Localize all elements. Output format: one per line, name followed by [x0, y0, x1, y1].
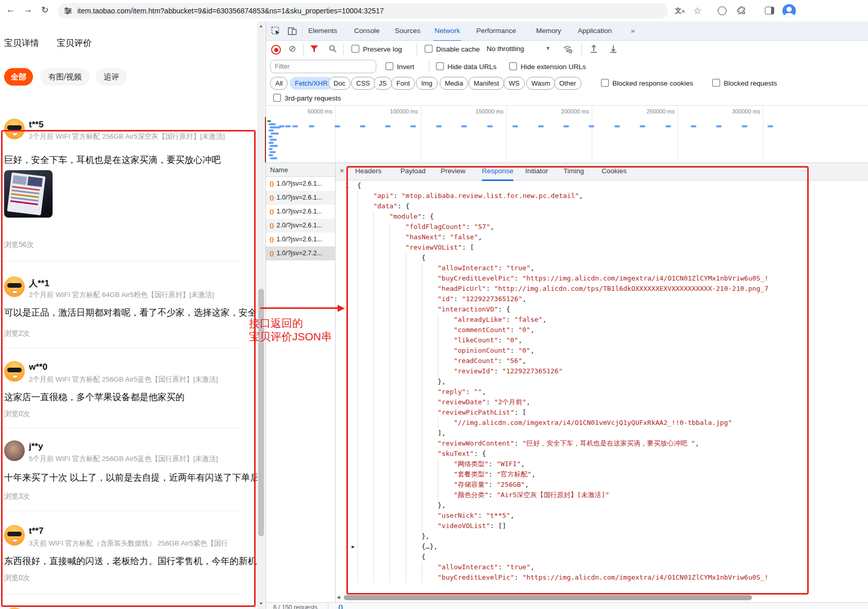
request-row[interactable]: {}1.0/?jsv=2.7.2...	[266, 246, 335, 260]
devtools-tab-network[interactable]: Network	[433, 22, 461, 41]
hide-extension-urls-checkbox[interactable]: Hide extension URLs	[509, 62, 586, 71]
type-filter-media[interactable]: Media	[440, 77, 468, 90]
response-code-line: -{	[336, 253, 810, 263]
review-filter-2[interactable]: 追评	[96, 68, 127, 86]
response-code-line: -"hasNext": "false",	[336, 232, 810, 242]
detail-tab-headers[interactable]: Headers	[355, 163, 381, 179]
type-filter-manifest[interactable]: Manifest	[469, 77, 504, 90]
preserve-log-checkbox[interactable]: Preserve log	[352, 45, 402, 53]
extension-circle-icon[interactable]	[716, 5, 728, 17]
site-settings-icon[interactable]	[64, 7, 72, 15]
review-meta: 5个月前 WIFI 官方标配 256GB Air5蓝色【国行原封】[未激活]	[29, 454, 218, 464]
line-gutter: -	[336, 449, 349, 459]
hide-data-urls-checkbox[interactable]: Hide data URLs	[436, 62, 496, 71]
bookmark-star-icon[interactable]: ☆	[692, 5, 703, 17]
detail-tab-timing[interactable]: Timing	[563, 163, 584, 179]
response-json-viewer[interactable]: 1{-"api": "mtop.alibaba.review.list.for.…	[336, 180, 810, 588]
type-filter-js[interactable]: JS	[374, 77, 392, 90]
page-scrollbar[interactable]: ▲ ▼	[257, 22, 265, 609]
type-filter-other[interactable]: Other	[554, 77, 581, 90]
devtools-tab-sources[interactable]: Sources	[394, 22, 422, 40]
type-filter-all[interactable]: All	[270, 77, 288, 90]
inspect-element-icon[interactable]	[271, 26, 280, 36]
review-separator	[0, 348, 242, 348]
hscroll-thumb[interactable]	[344, 595, 752, 600]
detail-tab-initiator[interactable]: Initiator	[525, 163, 548, 179]
disable-cache-checkbox[interactable]: Disable cache	[425, 45, 480, 53]
type-filter-font[interactable]: Font	[391, 77, 415, 90]
page-tab-detail[interactable]: 宝贝详情	[4, 37, 39, 49]
devtools-tab-application[interactable]: Application	[577, 22, 613, 40]
record-network-log-icon[interactable]	[271, 45, 281, 55]
filter-funnel-icon[interactable]	[310, 45, 318, 53]
hscroll-left-arrow-icon[interactable]: ◀	[337, 595, 340, 600]
clear-network-log-icon[interactable]: ⊘	[289, 43, 296, 54]
request-row[interactable]: {}1.0/?jsv=2.6.1...	[266, 191, 335, 205]
indent-guides	[357, 480, 454, 490]
detail-tab-cookies[interactable]: Cookies	[602, 163, 627, 179]
scrollbar-down-icon[interactable]: ▼	[257, 601, 265, 606]
indent-guides	[357, 284, 438, 294]
third-party-requests-checkbox[interactable]: 3rd-party requests	[273, 94, 341, 102]
translate-icon[interactable]: 文A	[674, 5, 686, 17]
review-photo[interactable]	[4, 170, 53, 218]
invert-checkbox[interactable]: Invert	[386, 62, 414, 71]
type-filter-css[interactable]: CSS	[351, 77, 375, 90]
review-filter-0[interactable]: 全部	[4, 68, 33, 86]
throttling-caret-icon[interactable]: ▼	[545, 45, 550, 51]
network-overview-timeline[interactable]: 50000 ms100000 ms150000 ms200000 ms25000…	[266, 106, 868, 163]
detail-tab-payload[interactable]: Payload	[400, 163, 426, 179]
type-filter-wasm[interactable]: Wasm	[526, 77, 555, 90]
type-filter-img[interactable]: Img	[416, 77, 438, 90]
waterfall-bar	[271, 133, 279, 135]
close-detail-icon[interactable]: ×	[340, 166, 344, 175]
request-list-header[interactable]: Name	[266, 163, 335, 177]
forward-icon[interactable]: →	[24, 5, 32, 15]
response-code-line: -"allowInteract": "true",	[336, 263, 810, 273]
type-filter-doc[interactable]: Doc	[328, 77, 350, 90]
format-json-icon[interactable]: {}	[338, 604, 343, 609]
device-toolbar-icon[interactable]	[288, 26, 297, 36]
devtools-tab-performance[interactable]: Performance	[475, 22, 517, 40]
fold-spacer	[349, 294, 357, 304]
code-text: "reply": "",	[438, 387, 486, 397]
request-row[interactable]: {}1.0/?jsv=2.6.1...	[266, 205, 335, 219]
detail-tab-preview[interactable]: Preview	[441, 163, 465, 179]
more-tabs-chevron[interactable]: »	[630, 22, 636, 40]
waterfall-request-dash	[436, 125, 442, 127]
network-conditions-icon[interactable]	[563, 45, 573, 53]
export-har-icon[interactable]	[609, 44, 617, 53]
filter-input[interactable]: Filter	[270, 60, 376, 73]
devtools-tab-memory[interactable]: Memory	[535, 22, 562, 40]
reload-icon[interactable]: ↻	[41, 5, 48, 15]
detail-tab-response[interactable]: Response	[482, 163, 513, 181]
fold-arrow-icon[interactable]: ▶	[349, 541, 357, 552]
devtools-tab-elements[interactable]: Elements	[307, 22, 338, 40]
search-icon[interactable]	[329, 45, 337, 53]
extensions-puzzle-icon[interactable]	[737, 6, 748, 18]
side-panel-icon[interactable]	[764, 6, 775, 18]
avatar-glasses	[7, 125, 22, 130]
address-bar[interactable]: item.taobao.com/item.htm?abbucket=9&id=6…	[58, 3, 668, 19]
throttling-select[interactable]: No throttling	[487, 45, 524, 53]
scrollbar-up-icon[interactable]: ▲	[257, 24, 265, 28]
fold-spacer	[349, 469, 357, 480]
request-row[interactable]: {}1.0/?jsv=2.6.1...	[266, 233, 335, 246]
type-filter-fetch-xhr[interactable]: Fetch/XHR	[290, 77, 333, 90]
blocked-requests-checkbox[interactable]: Blocked requests	[712, 79, 777, 87]
page-tab-reviews[interactable]: 宝贝评价	[57, 37, 92, 49]
blocked-response-cookies-checkbox[interactable]: Blocked response cookies	[601, 79, 693, 87]
response-horizontal-scrollbar[interactable]: ◀	[336, 594, 799, 601]
profile-avatar[interactable]	[782, 4, 796, 18]
type-filter-ws[interactable]: WS	[504, 77, 525, 90]
request-row[interactable]: {}2.0/?jsv=2.6.1...	[266, 219, 335, 233]
indent-guides	[357, 191, 373, 201]
review-filter-1[interactable]: 有图/视频	[40, 68, 90, 86]
devtools-tab-console[interactable]: Console	[353, 22, 381, 40]
back-icon[interactable]: ←	[6, 5, 15, 15]
response-code-line: -"套餐类型": "官方标配",	[336, 469, 810, 480]
timeline-tick-label: 50000 ms	[308, 108, 335, 114]
response-code-line: -"网络类型": "WIFI",	[336, 459, 810, 469]
request-row[interactable]: {}1.0/?jsv=2.6.1...	[266, 177, 335, 191]
import-har-icon[interactable]	[590, 44, 598, 53]
